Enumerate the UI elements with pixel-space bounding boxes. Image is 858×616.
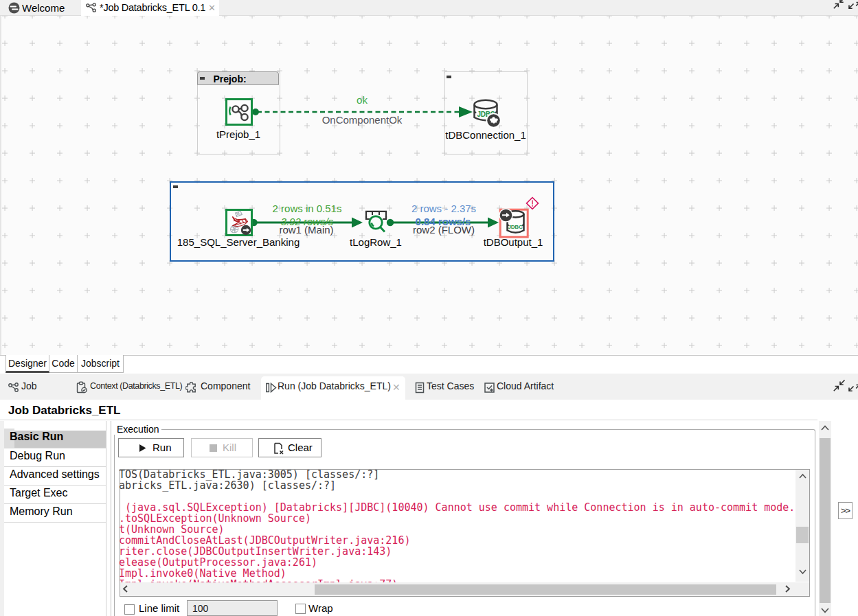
svg-text:JDBC: JDBC [508,224,523,230]
